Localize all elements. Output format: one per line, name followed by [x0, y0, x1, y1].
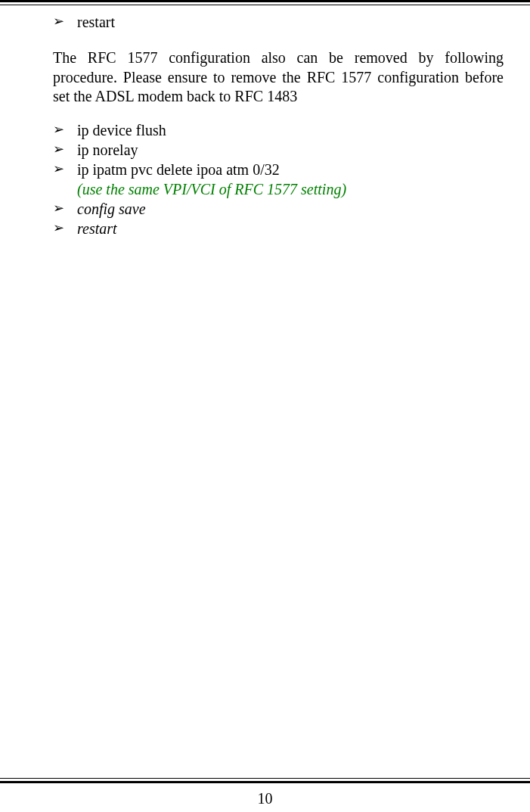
content-area: ➢ restart The RFC 1577 configuration als…: [26, 0, 504, 238]
list-item: ➢ restart: [53, 12, 504, 32]
bullet-arrow-icon: ➢: [53, 160, 77, 178]
page-content: ➢ restart The RFC 1577 configuration als…: [0, 0, 530, 812]
page-number: 10: [0, 790, 530, 807]
bullet-arrow-icon: ➢: [53, 219, 77, 237]
paragraph-text: The RFC 1577 configuration also can be r…: [53, 48, 504, 107]
bullet-arrow-icon: ➢: [53, 199, 77, 217]
border-thick: [0, 0, 530, 2]
top-border: [0, 0, 530, 5]
list-item: ➢ restart: [53, 219, 504, 238]
bullet-text: ip device flush: [77, 120, 504, 140]
bullet-arrow-icon: ➢: [53, 120, 77, 138]
bullet-text: restart: [77, 219, 504, 238]
list-item: ➢ ip ipatm pvc delete ipoa atm 0/32: [53, 160, 504, 179]
note-text: (use the same VPI/VCI of RFC 1577 settin…: [53, 179, 504, 199]
list-item: ➢ config save: [53, 199, 504, 219]
bottom-border: [0, 778, 530, 783]
border-thin: [0, 778, 530, 779]
bullet-arrow-icon: ➢: [53, 140, 77, 158]
bullet-text: config save: [77, 199, 504, 219]
bullet-text: ip ipatm pvc delete ipoa atm 0/32: [77, 160, 504, 179]
bullet-text: restart: [77, 12, 504, 32]
border-thin: [0, 5, 530, 5]
bullet-arrow-icon: ➢: [53, 12, 77, 30]
list-item: ➢ ip norelay: [53, 140, 504, 160]
list-item: ➢ ip device flush: [53, 120, 504, 140]
border-thick: [0, 781, 530, 783]
bullet-text: ip norelay: [77, 140, 504, 160]
